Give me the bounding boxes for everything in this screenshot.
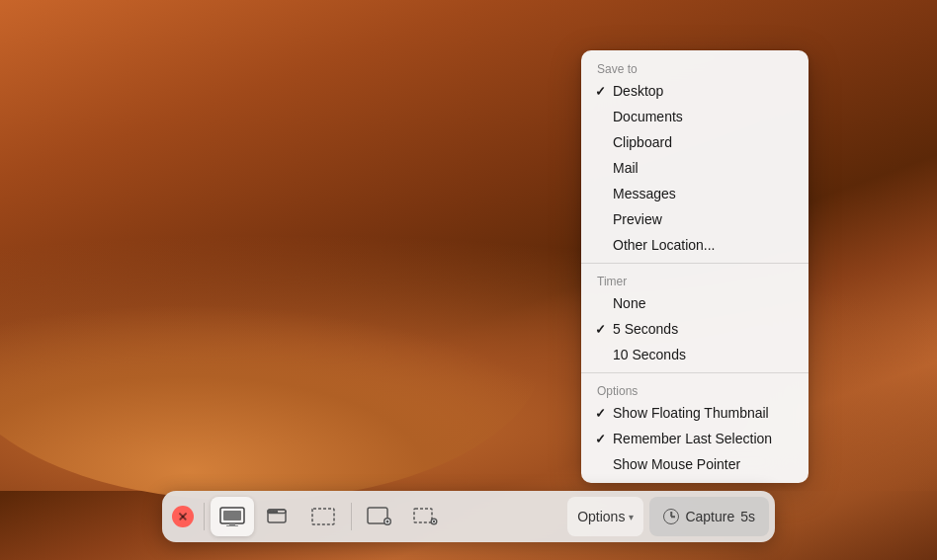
capture-entire-screen-icon bbox=[219, 507, 245, 526]
options-dropdown: Save to ✓ Desktop Documents Clipboard Ma… bbox=[581, 50, 809, 483]
menu-item-remember-last-selection[interactable]: ✓ Remember Last Selection bbox=[581, 426, 809, 451]
menu-item-messages[interactable]: Messages bbox=[581, 181, 809, 206]
svg-point-15 bbox=[386, 520, 389, 523]
close-button[interactable] bbox=[172, 506, 194, 527]
capture-entire-screen-button[interactable] bbox=[211, 497, 254, 536]
menu-item-documents[interactable]: Documents bbox=[581, 104, 809, 129]
save-to-section-label: Save to bbox=[581, 56, 809, 78]
menu-item-mail[interactable]: Mail bbox=[581, 155, 809, 181]
record-selection-icon bbox=[412, 507, 438, 526]
capture-window-button[interactable] bbox=[256, 497, 299, 536]
capture-button[interactable]: Capture 5s bbox=[649, 497, 769, 536]
svg-point-9 bbox=[273, 511, 275, 513]
options-button[interactable]: Options ▾ bbox=[567, 497, 643, 536]
check-icon-5s: ✓ bbox=[595, 322, 606, 337]
menu-item-show-mouse-pointer[interactable]: Show Mouse Pointer bbox=[581, 451, 809, 477]
menu-item-5-seconds[interactable]: ✓ 5 Seconds bbox=[581, 316, 809, 342]
record-screen-button[interactable] bbox=[358, 497, 401, 536]
capture-timer: 5s bbox=[740, 509, 755, 524]
menu-item-desktop[interactable]: ✓ Desktop bbox=[581, 78, 809, 104]
check-icon-remember: ✓ bbox=[595, 432, 606, 446]
menu-item-other-location[interactable]: Other Location... bbox=[581, 232, 809, 258]
svg-point-10 bbox=[276, 511, 278, 513]
svg-rect-11 bbox=[312, 509, 334, 524]
divider-1 bbox=[581, 263, 809, 264]
separator-2 bbox=[351, 503, 352, 530]
screenshot-toolbar: Options ▾ Capture 5s bbox=[162, 491, 775, 542]
options-section-label: Options bbox=[581, 378, 809, 400]
capture-label: Capture bbox=[685, 509, 734, 524]
menu-item-clipboard[interactable]: Clipboard bbox=[581, 129, 809, 155]
menu-item-show-floating-thumbnail[interactable]: ✓ Show Floating Thumbnail bbox=[581, 400, 809, 426]
check-icon: ✓ bbox=[595, 84, 606, 99]
chevron-down-icon: ▾ bbox=[629, 512, 634, 522]
menu-item-none[interactable]: None bbox=[581, 290, 809, 316]
svg-point-19 bbox=[433, 520, 435, 522]
capture-selection-icon bbox=[310, 507, 336, 526]
svg-rect-3 bbox=[226, 525, 238, 526]
menu-item-preview[interactable]: Preview bbox=[581, 206, 809, 232]
svg-rect-2 bbox=[229, 523, 235, 525]
svg-rect-1 bbox=[223, 511, 241, 520]
clock-icon bbox=[663, 509, 679, 524]
capture-window-icon bbox=[265, 507, 291, 526]
check-icon-thumbnail: ✓ bbox=[595, 406, 606, 421]
capture-selection-button[interactable] bbox=[301, 497, 345, 536]
menu-item-10-seconds[interactable]: 10 Seconds bbox=[581, 342, 809, 367]
options-label: Options bbox=[577, 509, 625, 524]
separator-1 bbox=[204, 503, 205, 530]
divider-2 bbox=[581, 372, 809, 373]
record-screen-icon bbox=[367, 507, 392, 526]
record-selection-button[interactable] bbox=[403, 497, 447, 536]
timer-section-label: Timer bbox=[581, 269, 809, 290]
svg-rect-16 bbox=[414, 509, 432, 522]
svg-point-8 bbox=[270, 511, 272, 513]
